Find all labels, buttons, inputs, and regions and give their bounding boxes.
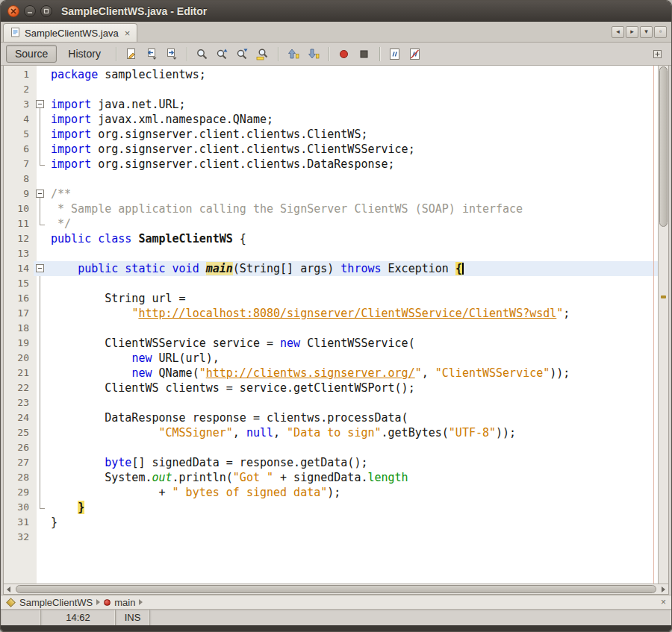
line-number[interactable]: 32 — [4, 530, 34, 545]
comment-icon[interactable] — [386, 45, 404, 63]
breadcrumb-item-class[interactable]: SampleClientWS — [6, 597, 93, 608]
line-number[interactable]: 28 — [4, 470, 34, 485]
stop-macro-icon[interactable] — [355, 45, 373, 63]
back-icon[interactable] — [143, 45, 161, 63]
code-text[interactable] — [47, 172, 658, 187]
source-view-button[interactable]: Source — [6, 45, 57, 63]
code-text[interactable]: * Sample application calling the SignSer… — [47, 201, 658, 216]
line-number[interactable]: 5 — [4, 127, 34, 142]
code-text[interactable]: new QName("http://clientws.signserver.or… — [47, 366, 658, 381]
line-number[interactable]: 24 — [4, 410, 34, 425]
line-number[interactable]: 2 — [4, 82, 34, 97]
window-minimize-button[interactable] — [24, 5, 36, 17]
forward-icon[interactable] — [163, 45, 181, 63]
code-text[interactable]: package sampleclientws; — [47, 67, 658, 82]
code-line[interactable]: 26 — [4, 440, 658, 455]
code-line[interactable]: 10 * Sample application calling the Sign… — [4, 201, 658, 216]
last-edit-icon[interactable] — [122, 45, 140, 63]
code-text[interactable]: /** — [47, 187, 658, 201]
line-number[interactable]: 16 — [4, 291, 34, 306]
line-number[interactable]: 25 — [4, 425, 34, 440]
scroll-tabs-right-icon[interactable]: ▸ — [626, 26, 638, 38]
line-number[interactable]: 1 — [4, 67, 34, 82]
code-line[interactable]: 9/** — [4, 187, 658, 201]
code-line[interactable]: 11 */ — [4, 216, 658, 231]
code-text[interactable] — [47, 246, 658, 261]
line-number[interactable]: 23 — [4, 395, 34, 410]
history-view-button[interactable]: History — [59, 45, 110, 63]
line-number[interactable]: 21 — [4, 366, 34, 381]
line-number[interactable]: 14 — [4, 261, 34, 276]
code-line[interactable]: 7import org.signserver.client.clientws.D… — [4, 157, 658, 172]
fold-toggle-icon[interactable] — [34, 97, 47, 112]
line-number[interactable]: 11 — [4, 216, 34, 231]
code-line[interactable]: 18 — [4, 321, 658, 336]
code-text[interactable] — [47, 440, 658, 455]
code-text[interactable]: System.out.println("Got " + signedData.l… — [47, 470, 658, 485]
find-next-icon[interactable] — [234, 45, 252, 63]
line-number[interactable]: 12 — [4, 231, 34, 246]
code-line[interactable]: 4import javax.xml.namespace.QName; — [4, 112, 658, 127]
code-text[interactable] — [47, 530, 658, 545]
line-number[interactable]: 4 — [4, 112, 34, 127]
code-line[interactable]: 24 DataResponse response = clientws.proc… — [4, 410, 658, 425]
code-text[interactable]: public static void main(String[] args) t… — [47, 261, 658, 276]
breadcrumb-close-icon[interactable]: × — [661, 597, 666, 607]
toolbar-overflow-icon[interactable] — [648, 45, 666, 63]
code-text[interactable]: "http://localhost:8080/signserver/Client… — [47, 306, 658, 321]
code-line[interactable]: 25 "CMSSigner", null, "Data to sign".get… — [4, 425, 658, 440]
code-line[interactable]: 3import java.net.URL; — [4, 97, 658, 112]
code-text[interactable]: "CMSSigner", null, "Data to sign".getByt… — [47, 425, 658, 440]
line-number[interactable]: 9 — [4, 187, 34, 201]
code-line[interactable]: 32 — [4, 530, 658, 545]
code-line[interactable]: 1package sampleclientws; — [4, 67, 658, 82]
code-line[interactable]: 19 ClientWSService service = new ClientW… — [4, 336, 658, 351]
line-number[interactable]: 18 — [4, 321, 34, 336]
code-text[interactable]: import java.net.URL; — [47, 97, 658, 112]
horizontal-scrollbar[interactable] — [4, 583, 668, 594]
opened-documents-list-icon[interactable]: ▾ — [640, 26, 653, 38]
code-text[interactable]: + " bytes of signed data"); — [47, 485, 658, 500]
scroll-right-arrow-icon[interactable] — [659, 585, 668, 593]
editor-lines[interactable]: 1package sampleclientws;23import java.ne… — [4, 66, 658, 583]
code-text[interactable] — [47, 276, 658, 291]
code-text[interactable]: import org.signserver.client.clientws.Cl… — [47, 127, 658, 142]
scroll-left-arrow-icon[interactable] — [4, 585, 13, 593]
horizontal-scrollbar-thumb[interactable] — [16, 585, 656, 593]
code-text[interactable]: DataResponse response = clientws.process… — [47, 410, 658, 425]
code-text[interactable]: } — [47, 515, 658, 530]
find-previous-icon[interactable] — [214, 45, 231, 63]
line-number[interactable]: 13 — [4, 246, 34, 261]
code-text[interactable]: ClientWSService service = new ClientWSSe… — [47, 336, 658, 351]
code-text[interactable]: */ — [47, 216, 658, 231]
code-line[interactable]: 13 — [4, 246, 658, 261]
code-line[interactable]: 29 + " bytes of signed data"); — [4, 485, 658, 500]
scroll-tabs-left-icon[interactable]: ◂ — [612, 26, 624, 38]
code-line[interactable]: 14 public static void main(String[] args… — [4, 261, 658, 276]
window-maximize-button[interactable] — [40, 5, 52, 17]
line-number[interactable]: 27 — [4, 455, 34, 470]
line-number[interactable]: 6 — [4, 142, 34, 157]
code-text[interactable] — [47, 395, 658, 410]
code-line[interactable]: 15 — [4, 276, 658, 291]
code-line[interactable]: 17 "http://localhost:8080/signserver/Cli… — [4, 306, 658, 321]
line-number[interactable]: 20 — [4, 351, 34, 366]
tab-sampleclientws[interactable]: SampleClientWS.java × — [3, 23, 137, 42]
window-close-button[interactable] — [7, 5, 19, 17]
code-line[interactable]: 16 String url = — [4, 291, 658, 306]
line-number[interactable]: 15 — [4, 276, 34, 291]
line-number[interactable]: 22 — [4, 381, 34, 395]
breadcrumb-item-method[interactable]: main — [104, 597, 135, 608]
code-line[interactable]: 8 — [4, 172, 658, 187]
find-selection-icon[interactable] — [193, 45, 211, 63]
code-text[interactable]: public class SampleClientWS { — [47, 231, 658, 246]
line-number[interactable]: 10 — [4, 201, 34, 216]
code-line[interactable]: 12public class SampleClientWS { — [4, 231, 658, 246]
line-number[interactable]: 26 — [4, 440, 34, 455]
line-number[interactable]: 31 — [4, 515, 34, 530]
code-line[interactable]: 5import org.signserver.client.clientws.C… — [4, 127, 658, 142]
previous-bookmark-icon[interactable] — [284, 45, 302, 63]
code-line[interactable]: 27 byte[] signedData = response.getData(… — [4, 455, 658, 470]
insert-mode-indicator[interactable]: INS — [116, 610, 150, 625]
line-number[interactable]: 8 — [4, 172, 34, 187]
